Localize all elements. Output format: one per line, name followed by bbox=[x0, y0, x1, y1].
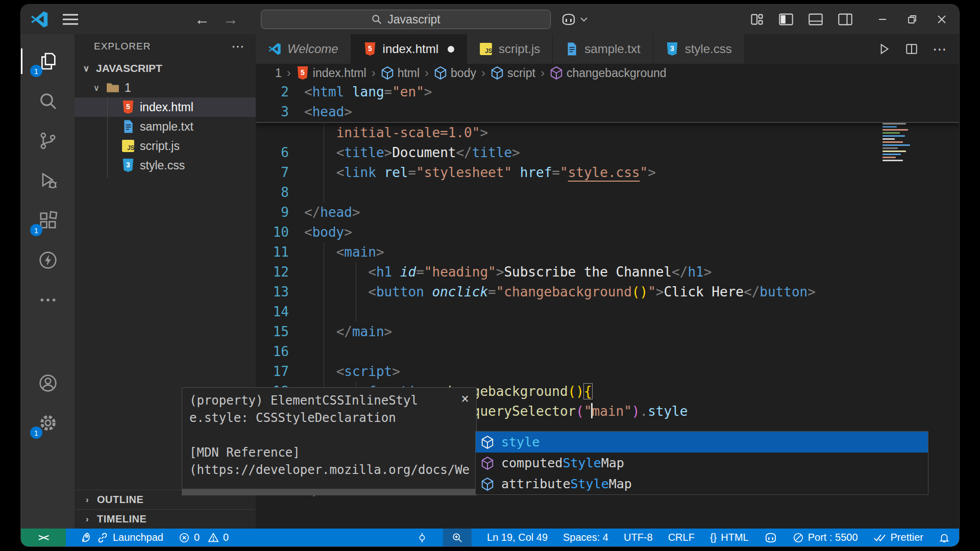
remote-indicator[interactable]: >< bbox=[21, 529, 66, 546]
back-arrow-icon[interactable]: ← bbox=[194, 11, 210, 28]
breadcrumb-item-changebackground[interactable]: changebackground bbox=[550, 66, 667, 80]
code-token: > bbox=[352, 205, 360, 220]
copilot-menu[interactable] bbox=[561, 5, 587, 34]
launchpad-status[interactable]: Launchpad bbox=[80, 532, 163, 544]
code-token: () bbox=[632, 284, 648, 299]
toggle-sidebar-icon[interactable] bbox=[778, 12, 794, 27]
sidebar-section-timeline[interactable]: ›TIMELINE bbox=[75, 509, 256, 529]
tab-Welcome[interactable]: Welcome bbox=[256, 34, 351, 64]
sidebar-file-index.html[interactable]: 5index.html bbox=[75, 97, 256, 117]
breadcrumb-item-index.html[interactable]: 5index.html bbox=[296, 66, 366, 80]
code-token: > bbox=[344, 104, 352, 119]
problems-status[interactable]: 0 0 bbox=[179, 532, 229, 543]
sidebar-workspace-row[interactable]: ∨JAVASCRIPT bbox=[75, 59, 256, 78]
code-token: ( bbox=[576, 404, 584, 419]
code-token: style bbox=[648, 404, 688, 419]
activity-more-icon[interactable] bbox=[21, 280, 75, 320]
svg-text:5: 5 bbox=[126, 103, 130, 111]
code-token: "heading" bbox=[424, 264, 496, 280]
activity-settings-icon[interactable]: 1 bbox=[21, 403, 75, 443]
indent-guide bbox=[324, 242, 324, 262]
run-button[interactable] bbox=[877, 42, 891, 56]
code-line[interactable]: 3<head> bbox=[256, 102, 959, 122]
toggle-secondary-sidebar-icon[interactable] bbox=[838, 12, 853, 27]
code-line[interactable]: 8 bbox=[256, 183, 959, 203]
tab-index.html[interactable]: 5index.html bbox=[351, 34, 467, 64]
debug-glyph-icon bbox=[38, 170, 58, 191]
notifications-bell-icon[interactable] bbox=[939, 532, 950, 543]
indent-guide bbox=[324, 163, 324, 183]
toggle-panel-icon[interactable] bbox=[808, 12, 823, 27]
activity-lightning-icon[interactable] bbox=[21, 240, 75, 280]
explorer-more-actions-icon[interactable]: ⋯ bbox=[231, 39, 246, 55]
indent-guide bbox=[356, 302, 356, 322]
code-line[interactable]: 16 bbox=[256, 342, 959, 362]
breadcrumb-item-1[interactable]: 1 bbox=[275, 66, 282, 80]
split-editor-icon[interactable] bbox=[905, 42, 918, 56]
breadcrumb-item-script[interactable]: script bbox=[491, 66, 535, 80]
sidebar-folder-row[interactable]: ∨1 bbox=[75, 78, 256, 97]
copilot-status-icon[interactable] bbox=[764, 533, 777, 543]
forward-arrow-icon[interactable]: → bbox=[223, 11, 238, 28]
encoding-status[interactable]: UTF-8 bbox=[624, 532, 653, 543]
activity-explorer-icon[interactable]: 1 bbox=[21, 41, 75, 81]
cube-blue-breadcrumb-icon bbox=[434, 66, 447, 80]
suggest-item-attributeStyleMap[interactable]: attributeStyleMap bbox=[476, 473, 928, 494]
sidebar-file-style.css[interactable]: 3style.css bbox=[75, 156, 256, 175]
breadcrumb-item-html[interactable]: html bbox=[381, 66, 420, 80]
sidebar-file-script.js[interactable]: JSscript.js bbox=[75, 136, 256, 156]
code-line[interactable]: 7 <link rel="stylesheet" href="style.css… bbox=[256, 163, 959, 183]
activity-source-control-icon[interactable] bbox=[21, 121, 75, 161]
code-line[interactable]: 15 </main> bbox=[256, 322, 959, 342]
code-token: < bbox=[336, 364, 345, 379]
tab-script.js[interactable]: JSscript.js bbox=[467, 34, 553, 64]
customize-layout-icon[interactable] bbox=[750, 12, 764, 27]
code-line[interactable]: 10<body> bbox=[256, 222, 959, 242]
code-line[interactable]: initial-scale=1.0"> bbox=[256, 123, 959, 143]
breadcrumb-item-body[interactable]: body bbox=[434, 66, 476, 80]
code-line[interactable]: 17 <script> bbox=[256, 362, 959, 382]
breadcrumb-label: 1 bbox=[275, 66, 282, 80]
code-token bbox=[512, 165, 520, 180]
code-line[interactable]: 2<html lang="en"> bbox=[256, 82, 959, 102]
cursor-position-status[interactable]: Ln 19, Col 49 bbox=[487, 532, 548, 543]
code-token: link bbox=[344, 165, 376, 180]
restore-button[interactable] bbox=[906, 13, 918, 26]
suggest-item-style[interactable]: style bbox=[476, 432, 928, 453]
tab-style.css[interactable]: 3style.css bbox=[653, 34, 745, 64]
sidebar-file-sample.txt[interactable]: sample.txt bbox=[75, 117, 256, 136]
suggest-item-computedStyleMap[interactable]: computedStyleMap bbox=[476, 453, 928, 473]
menu-hamburger-icon[interactable] bbox=[62, 13, 79, 26]
language-mode-status[interactable]: {}HTML bbox=[710, 532, 749, 543]
live-server-port-status[interactable]: Port : 5500 bbox=[793, 532, 858, 543]
code-line[interactable]: 9</head> bbox=[256, 203, 959, 222]
code-line[interactable]: 6 <title>Document</title> bbox=[256, 143, 959, 163]
suggest-label-pre: computed bbox=[501, 456, 562, 470]
code-line[interactable]: 14 bbox=[256, 302, 959, 322]
code-token: < bbox=[304, 84, 312, 99]
activity-extensions-icon[interactable]: 1 bbox=[21, 201, 75, 240]
eol-status[interactable]: CRLF bbox=[668, 532, 695, 543]
tab-sample.txt[interactable]: sample.txt bbox=[553, 34, 653, 64]
code-line[interactable]: 11 <main> bbox=[256, 242, 959, 262]
tooltip-scrollbar[interactable] bbox=[182, 489, 476, 495]
zoom-status[interactable] bbox=[443, 529, 472, 546]
activity-run-debug-icon[interactable] bbox=[21, 161, 75, 201]
activity-account-icon[interactable] bbox=[21, 363, 75, 403]
indentation-status[interactable]: Spaces: 4 bbox=[563, 532, 608, 543]
code-token: > bbox=[384, 324, 393, 339]
screencast-target-icon[interactable] bbox=[416, 532, 428, 543]
editor-more-actions-icon[interactable]: ⋯ bbox=[933, 41, 947, 58]
tooltip-close-icon[interactable]: × bbox=[461, 391, 469, 406]
code-token: id bbox=[400, 264, 416, 280]
code-line[interactable]: 13 <button onclick="changebackground()">… bbox=[256, 282, 959, 302]
formatter-status[interactable]: Prettier bbox=[873, 532, 923, 543]
breadcrumb-label: script bbox=[507, 66, 535, 80]
activity-search-icon[interactable] bbox=[21, 81, 75, 121]
minimize-button[interactable] bbox=[876, 13, 889, 26]
code-line[interactable]: 12 <h1 id="heading">Subscribe the Channe… bbox=[256, 262, 959, 282]
html-file-icon: 5 bbox=[121, 100, 135, 114]
command-center-search[interactable]: Javascript bbox=[261, 10, 551, 29]
close-button[interactable] bbox=[936, 13, 948, 26]
chevron-separator-icon: › bbox=[541, 66, 545, 80]
